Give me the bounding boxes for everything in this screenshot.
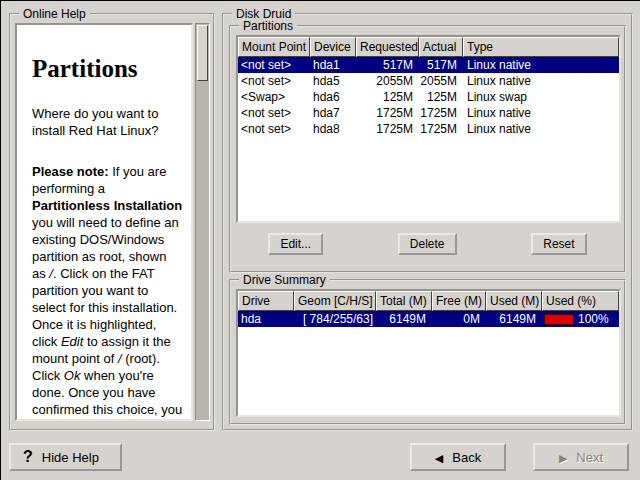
online-help-panel: Online Help Partitions Where do you want… xyxy=(9,13,215,431)
cell-requested: 125M xyxy=(356,89,419,105)
partitions-header-row: Mount Point Device Requested Actual Type xyxy=(238,37,619,57)
next-arrow-icon: ▶ xyxy=(559,452,567,465)
back-label: Back xyxy=(452,450,481,465)
cell-type: Linux native xyxy=(463,105,619,121)
cell-mount-point: <not set> xyxy=(238,121,310,137)
column-header-drive[interactable]: Drive xyxy=(238,291,294,311)
edit-button[interactable]: Edit... xyxy=(268,233,323,255)
delete-button[interactable]: Delete xyxy=(398,233,457,255)
column-header-type[interactable]: Type xyxy=(463,37,619,57)
cell-device: hda1 xyxy=(310,57,356,73)
online-help-frame-title: Online Help xyxy=(19,7,90,21)
cell-total: 6149M xyxy=(376,311,432,327)
cell-type: Linux native xyxy=(463,121,619,137)
partitions-table: Mount Point Device Requested Actual Type… xyxy=(236,35,621,223)
back-arrow-icon: ◀ xyxy=(435,452,443,465)
partition-actions: Edit... Delete Reset xyxy=(231,233,624,255)
text-segment: Edit xyxy=(61,334,83,349)
help-intro-text: Where do you want to install Red Hat Lin… xyxy=(32,105,183,139)
column-header-actual[interactable]: Actual xyxy=(419,37,463,57)
drive-summary-section: Drive Summary Drive Geom [C/H/S] Total (… xyxy=(229,279,626,425)
cell-requested: 517M xyxy=(356,57,419,73)
disk-druid-panel: Disk Druid Partitions Mount Point Device… xyxy=(222,13,633,431)
cell-requested: 1725M xyxy=(356,105,419,121)
back-button[interactable]: ◀ Back xyxy=(410,443,506,471)
partition-row[interactable]: <not set> hda8 1725M 1725M Linux native xyxy=(238,121,619,137)
installer-window: Online Help Partitions Where do you want… xyxy=(0,0,640,480)
cell-actual: 517M xyxy=(419,57,463,73)
drive-summary-list: hda [ 784/255/63] 6149M 0M 6149M 100% xyxy=(238,311,619,415)
column-header-used-m[interactable]: Used (M) xyxy=(486,291,542,311)
question-icon: ? xyxy=(23,448,33,466)
next-label: Next xyxy=(576,450,603,465)
cell-mount-point: <not set> xyxy=(238,57,310,73)
reset-button[interactable]: Reset xyxy=(531,233,586,255)
cell-device: hda7 xyxy=(310,105,356,121)
text-segment: Please note: xyxy=(32,164,109,179)
scrollbar-thumb[interactable] xyxy=(197,25,208,81)
drive-summary-header-row: Drive Geom [C/H/S] Total (M) Free (M) Us… xyxy=(238,291,619,311)
text-segment: Partitionless Installation xyxy=(32,198,182,213)
cell-type: Linux native xyxy=(463,73,619,89)
cell-actual: 2055M xyxy=(419,73,463,89)
column-header-mount-point[interactable]: Mount Point xyxy=(238,37,310,57)
partition-row[interactable]: <not set> hda5 2055M 2055M Linux native xyxy=(238,73,619,89)
cell-free: 0M xyxy=(432,311,486,327)
partitions-frame-title: Partitions xyxy=(239,19,297,33)
partitions-list: <not set> hda1 517M 517M Linux native <n… xyxy=(238,57,619,221)
drive-row[interactable]: hda [ 784/255/63] 6149M 0M 6149M 100% xyxy=(238,311,619,327)
drive-summary-frame-title: Drive Summary xyxy=(239,273,330,287)
column-header-requested[interactable]: Requested xyxy=(356,37,419,57)
cell-mount-point: <not set> xyxy=(238,105,310,121)
cell-geom: [ 784/255/63] xyxy=(294,311,376,327)
cell-type: Linux native xyxy=(463,57,619,73)
drive-summary-table: Drive Geom [C/H/S] Total (M) Free (M) Us… xyxy=(236,289,621,417)
text-segment: Ok xyxy=(64,368,81,383)
hide-help-button[interactable]: ? Hide Help xyxy=(9,443,122,471)
cell-used-percent: 100% xyxy=(542,311,619,327)
cell-mount-point: <not set> xyxy=(238,73,310,89)
column-header-device[interactable]: Device xyxy=(310,37,356,57)
cell-actual: 1725M xyxy=(419,121,463,137)
next-button[interactable]: ▶ Next xyxy=(533,443,629,471)
cell-device: hda8 xyxy=(310,121,356,137)
cell-drive: hda xyxy=(238,311,294,327)
help-heading: Partitions xyxy=(32,55,183,83)
cell-actual: 1725M xyxy=(419,105,463,121)
partition-row[interactable]: <not set> hda7 1725M 1725M Linux native xyxy=(238,105,619,121)
help-text-area: Partitions Where do you want to install … xyxy=(15,23,193,421)
partitions-section: Partitions Mount Point Device Requested … xyxy=(229,25,626,273)
cell-actual: 125M xyxy=(419,89,463,105)
hide-help-label: Hide Help xyxy=(42,450,99,465)
partition-row[interactable]: <Swap> hda6 125M 125M Linux swap xyxy=(238,89,619,105)
cell-type: Linux swap xyxy=(463,89,619,105)
cell-device: hda6 xyxy=(310,89,356,105)
help-scrollbar[interactable] xyxy=(195,23,210,421)
column-header-total[interactable]: Total (M) xyxy=(376,291,432,311)
partition-row[interactable]: <not set> hda1 517M 517M Linux native xyxy=(238,57,619,73)
used-percent-bar xyxy=(544,314,574,325)
column-header-geom[interactable]: Geom [C/H/S] xyxy=(294,291,376,311)
cell-device: hda5 xyxy=(310,73,356,89)
cell-mount-point: <Swap> xyxy=(238,89,310,105)
help-paragraph: Please note: If you are performing a Par… xyxy=(32,163,183,421)
column-header-free[interactable]: Free (M) xyxy=(432,291,486,311)
cell-requested: 1725M xyxy=(356,121,419,137)
cell-requested: 2055M xyxy=(356,73,419,89)
cell-used: 6149M xyxy=(486,311,542,327)
column-header-used-pct[interactable]: Used (%) xyxy=(542,291,619,311)
used-percent-label: 100% xyxy=(578,311,609,327)
